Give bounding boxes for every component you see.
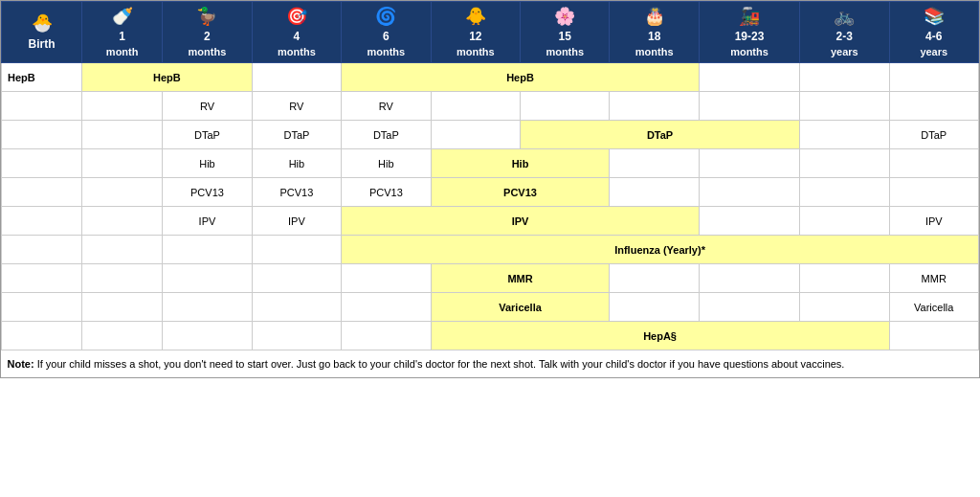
hepb-19-23m (699, 63, 799, 92)
rv-4-6y (889, 92, 978, 121)
col-4m: 🎯 4months (252, 2, 341, 63)
dtap-4m: DTaP (252, 121, 341, 149)
hepb-6m-18m: HepB (342, 63, 700, 92)
dtap-row: DTaP DTaP DTaP DTaP DTaP (2, 121, 979, 149)
varicella-4-6y: Varicella (889, 293, 978, 322)
mmr-4m (252, 264, 341, 293)
influenza-6m-4-6y: Influenza (Yearly)* (342, 236, 979, 264)
mmr-2m (163, 264, 252, 293)
note-row: Note: If your child misses a shot, you d… (2, 350, 979, 378)
hepb-4-6y (889, 63, 978, 92)
mmr-4-6y: MMR (889, 264, 978, 293)
influenza-2m (163, 236, 252, 264)
hib-4-6y (889, 149, 978, 178)
hib-4m: Hib (252, 149, 341, 178)
varicella-18m (610, 293, 699, 322)
hib-birth (2, 149, 82, 178)
rv-6m: RV (342, 92, 431, 121)
rv-birth (2, 92, 82, 121)
rv-2m: RV (163, 92, 252, 121)
ipv-2m: IPV (163, 207, 252, 236)
varicella-1m (82, 293, 163, 322)
hib-19-23m (699, 149, 799, 178)
col-birth: 🐣 Birth (2, 2, 82, 63)
rv-19-23m (699, 92, 799, 121)
col-2m: 🦆 2months (163, 2, 252, 63)
influenza-birth (2, 236, 82, 264)
pcv13-birth (2, 178, 82, 207)
hepa-4m (252, 322, 341, 350)
col-12m: 🐥 12months (431, 2, 520, 63)
pcv13-4m: PCV13 (252, 178, 341, 207)
ipv-row: IPV IPV IPV IPV (2, 207, 979, 236)
hib-2-3y (800, 149, 889, 178)
col-6m: 🌀 6months (342, 2, 431, 63)
hib-18m (610, 149, 699, 178)
pcv13-1m (82, 178, 163, 207)
hib-2m: Hib (163, 149, 252, 178)
hepb-2-3y (800, 63, 889, 92)
hepa-4-6y (889, 322, 978, 350)
hib-6m: Hib (342, 149, 431, 178)
hepa-row: HepA§ (2, 322, 979, 350)
dtap-2-3y (800, 121, 889, 149)
dtap-15m-19-23m: DTaP (521, 121, 800, 149)
hepa-birth (2, 322, 82, 350)
rv-4m: RV (252, 92, 341, 121)
dtap-6m: DTaP (342, 121, 431, 149)
influenza-row: Influenza (Yearly)* (2, 236, 979, 264)
hepa-12m-2-3y: HepA§ (431, 322, 889, 350)
ipv-2-3y (800, 207, 889, 236)
pcv13-2m: PCV13 (163, 178, 252, 207)
rv-row: RV RV RV (2, 92, 979, 121)
influenza-1m (82, 236, 163, 264)
pcv13-4-6y (889, 178, 978, 207)
header-row: 🐣 Birth 🍼 1month 🦆 2months 🎯 4months 🌀 (2, 2, 979, 63)
hepb-4m (252, 63, 341, 92)
hepb-row: HepB HepB HepB (2, 63, 979, 92)
ipv-birth (2, 207, 82, 236)
rv-1m (82, 92, 163, 121)
note-cell: Note: If your child misses a shot, you d… (2, 350, 979, 378)
vaccine-schedule: 🐣 Birth 🍼 1month 🦆 2months 🎯 4months 🌀 (0, 0, 980, 378)
influenza-4m (252, 236, 341, 264)
pcv13-18m (610, 178, 699, 207)
mmr-1m (82, 264, 163, 293)
mmr-6m (342, 264, 431, 293)
ipv-4-6y: IPV (889, 207, 978, 236)
pcv13-19-23m (699, 178, 799, 207)
varicella-4m (252, 293, 341, 322)
varicella-2m (163, 293, 252, 322)
varicella-12m-15m: Varicella (431, 293, 610, 322)
hib-12m-15m: Hib (431, 149, 610, 178)
note-bold: Note: (8, 358, 34, 370)
mmr-18m (610, 264, 699, 293)
hib-1m (82, 149, 163, 178)
col-18m: 🎂 18months (610, 2, 699, 63)
ipv-1m (82, 207, 163, 236)
dtap-2m: DTaP (163, 121, 252, 149)
dtap-12m (431, 121, 520, 149)
col-19-23m: 🚂 19-23months (699, 2, 799, 63)
pcv13-2-3y (800, 178, 889, 207)
mmr-2-3y (800, 264, 889, 293)
col-1m: 🍼 1month (82, 2, 163, 63)
pcv13-12m-15m: PCV13 (431, 178, 610, 207)
rv-18m (610, 92, 699, 121)
col-4-6y: 📚 4-6years (889, 2, 978, 63)
rv-12m (431, 92, 520, 121)
mmr-birth (2, 264, 82, 293)
dtap-birth (2, 121, 82, 149)
dtap-4-6y: DTaP (889, 121, 978, 149)
pcv13-row: PCV13 PCV13 PCV13 PCV13 (2, 178, 979, 207)
varicella-birth (2, 293, 82, 322)
hepb-1m-2m: HepB (82, 63, 253, 92)
mmr-12m-15m: MMR (431, 264, 610, 293)
hepa-2m (163, 322, 252, 350)
hepa-6m (342, 322, 431, 350)
ipv-19-23m (699, 207, 799, 236)
col-2-3y: 🚲 2-3years (800, 2, 889, 63)
varicella-row: Varicella Varicella (2, 293, 979, 322)
hepa-1m (82, 322, 163, 350)
dtap-1m (82, 121, 163, 149)
